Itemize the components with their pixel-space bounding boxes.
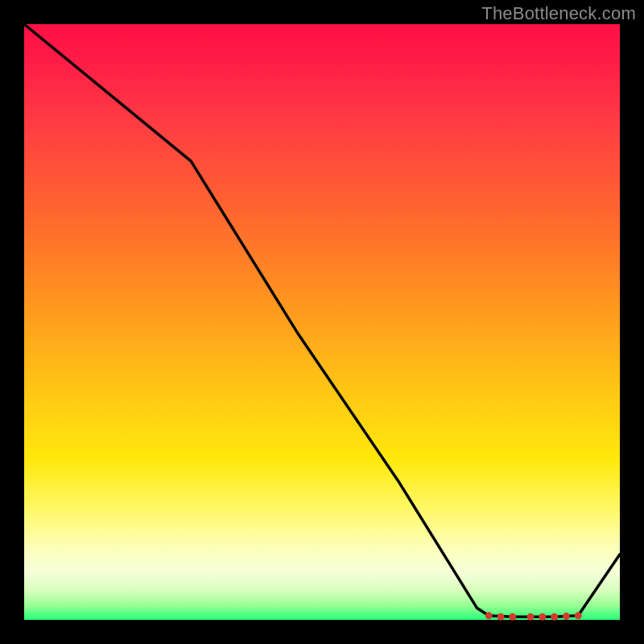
flat-segment-dots: [485, 612, 582, 620]
marker-dot: [497, 613, 505, 621]
marker-dot: [575, 612, 582, 619]
plot-area: [24, 24, 620, 620]
chart-frame: TheBottleneck.com: [0, 0, 644, 644]
marker-dot: [563, 613, 570, 620]
attribution-text: TheBottleneck.com: [481, 3, 636, 24]
chart-svg: [24, 24, 620, 620]
marker-dot: [485, 612, 493, 619]
marker-dot: [527, 613, 535, 621]
marker-dot: [539, 613, 546, 621]
marker-dot: [551, 613, 558, 621]
marker-dot: [509, 613, 516, 621]
bottleneck-curve: [24, 24, 620, 617]
